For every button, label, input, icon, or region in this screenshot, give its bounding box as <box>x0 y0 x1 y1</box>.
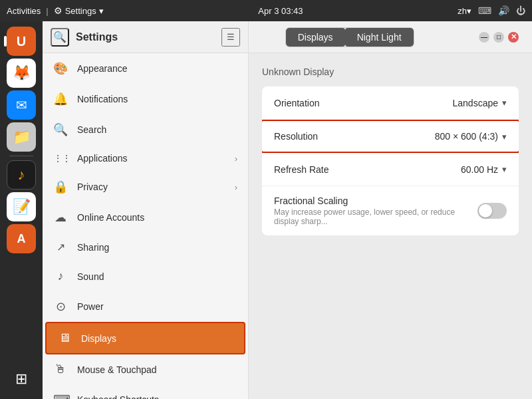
applications-arrow: › <box>235 154 237 164</box>
sidebar-item-privacy[interactable]: 🔒 Privacy › <box>43 172 248 202</box>
sidebar-item-appearance[interactable]: 🎨 Appearance <box>43 53 248 84</box>
content-panel: Unknown Display Orientation Landscape ▾ … <box>249 53 532 399</box>
refresh-rate-row: Refresh Rate 60.00 Hz ▾ <box>262 153 519 186</box>
sidebar-label-displays: Displays <box>81 333 233 344</box>
orientation-arrow-icon: ▾ <box>502 98 507 108</box>
window-title: Settings <box>76 31 215 43</box>
keyboard-sidebar-icon: ⌨ <box>53 392 68 399</box>
sidebar-label-online-accounts: Online Accounts <box>77 212 237 223</box>
orientation-label: Orientation <box>274 98 452 108</box>
applications-icon: ⋮⋮ <box>53 153 68 164</box>
appearance-icon: 🎨 <box>53 61 68 76</box>
sidebar-item-keyboard-shortcuts[interactable]: ⌨ Keyboard Shortcuts <box>43 384 248 399</box>
dock-item-firefox[interactable]: 🦊 <box>7 59 36 88</box>
lang-button[interactable]: zh▾ <box>458 6 471 16</box>
orientation-value: Landscape <box>452 98 498 108</box>
refresh-rate-arrow-icon: ▾ <box>502 164 507 174</box>
sidebar-label-privacy: Privacy <box>77 182 225 192</box>
mouse-icon: 🖱 <box>53 362 68 376</box>
tab-displays[interactable]: Displays <box>286 28 345 47</box>
refresh-rate-label: Refresh Rate <box>274 164 461 175</box>
search-button[interactable]: 🔍 <box>51 28 69 47</box>
sharing-icon: ↗ <box>53 241 68 253</box>
power-sidebar-icon: ⊙ <box>53 299 68 314</box>
sidebar-label-appearance: Appearance <box>77 63 237 74</box>
orientation-row: Orientation Landscape ▾ <box>262 86 519 120</box>
resolution-dropdown[interactable]: 532 × 399 (4:3) ▾ <box>435 131 507 142</box>
settings-menu-button[interactable]: ⚙ Settings ▾ <box>54 5 104 16</box>
datetime-label: Apr 3 03:43 <box>258 6 303 16</box>
dock-item-appstore[interactable]: A <box>7 224 36 253</box>
sidebar-item-applications[interactable]: ⋮⋮ Applications › <box>43 145 248 172</box>
displays-icon: 🖥 <box>57 331 72 345</box>
resolution-value: 532 × 399 (4:3) <box>435 131 498 142</box>
dock-item-rhythmbox[interactable]: ♪ <box>7 160 36 190</box>
dock-item-thunderbird[interactable]: ✉ <box>7 90 36 120</box>
titlebar: 🔍 Settings ☰ Displays Night Light — □ ✕ <box>43 21 532 53</box>
dock-item-ubuntu[interactable]: U <box>7 27 36 56</box>
unknown-display-title: Unknown Display <box>262 66 519 77</box>
sidebar: 🎨 Appearance 🔔 Notifications 🔍 Search ⋮⋮… <box>43 53 249 399</box>
settings-card: Orientation Landscape ▾ Resolution 800 ×… <box>262 86 519 235</box>
main-window: 🔍 Settings ☰ Displays Night Light — □ ✕ <box>43 21 532 399</box>
activities-button[interactable]: Activities <box>7 6 41 16</box>
main-area: 🎨 Appearance 🔔 Notifications 🔍 Search ⋮⋮… <box>43 53 532 399</box>
fractional-scaling-row: Fractional Scaling May increase power us… <box>262 186 519 235</box>
privacy-icon: 🔒 <box>53 180 68 194</box>
power-icon[interactable]: ⏻ <box>516 5 525 16</box>
close-button[interactable]: ✕ <box>508 32 519 43</box>
resolution-label: Resolution <box>274 131 435 142</box>
notifications-icon: 🔔 <box>53 92 68 106</box>
fractional-scaling-desc: May increase power usage, lower speed, o… <box>274 207 477 226</box>
sound-icon: ♪ <box>53 269 68 283</box>
window-controls: — □ ✕ <box>479 32 525 43</box>
dock: U 🦊 ✉ 📁 ♪ 📝 A ⊞ <box>0 21 43 399</box>
sidebar-label-search: Search <box>77 124 237 135</box>
sidebar-label-keyboard-shortcuts: Keyboard Shortcuts <box>77 394 237 399</box>
sidebar-label-sound: Sound <box>77 271 237 282</box>
topbar-right: zh▾ ⌨ 🔊 ⏻ <box>458 5 525 16</box>
dock-divider <box>9 156 33 156</box>
sidebar-label-power: Power <box>77 301 237 312</box>
search-sidebar-icon: 🔍 <box>53 122 68 137</box>
sidebar-item-displays[interactable]: 🖥 Displays <box>45 322 245 354</box>
refresh-rate-dropdown[interactable]: 60.00 Hz ▾ <box>461 164 507 175</box>
topbar-center: Apr 3 03:43 <box>258 6 303 16</box>
hamburger-button[interactable]: ☰ <box>221 28 240 47</box>
dock-item-writer[interactable]: 📝 <box>7 192 36 221</box>
sidebar-label-mouse-touchpad: Mouse & Touchpad <box>77 364 237 375</box>
minimize-button[interactable]: — <box>479 32 489 43</box>
sidebar-item-notifications[interactable]: 🔔 Notifications <box>43 84 248 114</box>
keyboard-icon[interactable]: ⌨ <box>478 5 491 16</box>
sidebar-item-online-accounts[interactable]: ☁ Online Accounts <box>43 202 248 233</box>
fractional-scaling-toggle[interactable] <box>477 203 507 219</box>
toggle-knob <box>479 204 492 217</box>
resolution-row: Resolution 532 × 399 (4:3) ▾ <box>262 120 519 153</box>
dock-item-all-apps[interactable]: ⊞ <box>7 364 36 394</box>
resolution-arrow-icon: ▾ <box>502 132 507 142</box>
tab-night-light[interactable]: Night Light <box>345 28 414 47</box>
orientation-dropdown[interactable]: Landscape ▾ <box>452 98 507 108</box>
maximize-button[interactable]: □ <box>493 32 504 43</box>
content-header: Displays Night Light — □ ✕ <box>249 27 532 47</box>
sidebar-header: 🔍 Settings ☰ <box>43 21 249 53</box>
refresh-rate-value: 60.00 Hz <box>461 164 498 175</box>
online-accounts-icon: ☁ <box>53 210 68 225</box>
topbar-left: Activities | ⚙ Settings ▾ <box>7 5 104 16</box>
hamburger-icon: ☰ <box>227 32 235 42</box>
volume-icon[interactable]: 🔊 <box>498 5 509 16</box>
fractional-label-col: Fractional Scaling May increase power us… <box>274 196 477 226</box>
sidebar-label-applications: Applications <box>77 153 225 164</box>
app-layout: U 🦊 ✉ 📁 ♪ 📝 A ⊞ 🔍 <box>0 21 532 399</box>
sidebar-label-notifications: Notifications <box>77 94 237 104</box>
sidebar-item-search[interactable]: 🔍 Search <box>43 114 248 145</box>
sidebar-item-power[interactable]: ⊙ Power <box>43 291 248 322</box>
sidebar-item-sharing[interactable]: ↗ Sharing <box>43 233 248 261</box>
tab-bar: Displays Night Light <box>285 27 414 47</box>
search-icon: 🔍 <box>53 31 66 43</box>
fractional-scaling-label: Fractional Scaling <box>274 196 477 206</box>
sidebar-label-sharing: Sharing <box>77 242 237 253</box>
sidebar-item-sound[interactable]: ♪ Sound <box>43 261 248 291</box>
dock-item-files[interactable]: 📁 <box>7 122 36 152</box>
sidebar-item-mouse-touchpad[interactable]: 🖱 Mouse & Touchpad <box>43 354 248 384</box>
